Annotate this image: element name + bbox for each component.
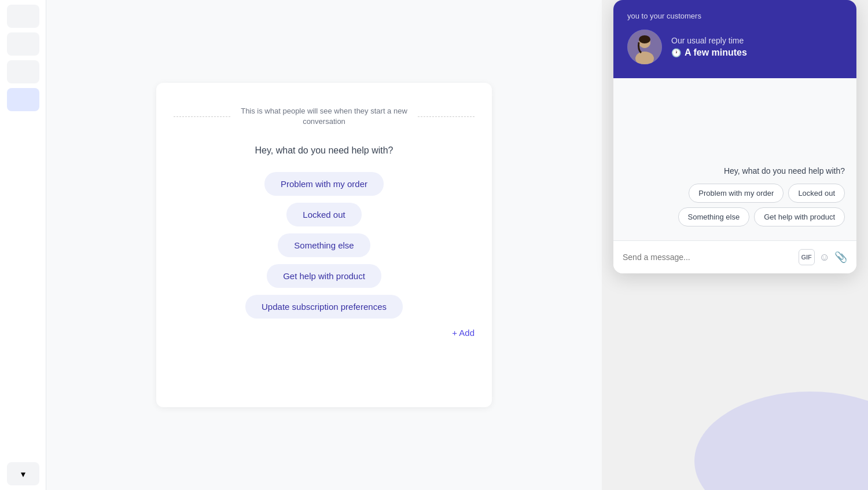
- right-panel: you to your customers Our usual: [602, 0, 868, 490]
- widget-btn-problem-order[interactable]: Problem with my order: [689, 184, 784, 203]
- widget-input-row: GIF ☺ 📎: [613, 240, 856, 273]
- reply-time-value: A few minutes: [685, 47, 747, 58]
- add-button[interactable]: + Add: [452, 328, 475, 338]
- sidebar: ▾: [0, 0, 46, 490]
- svg-point-5: [694, 392, 868, 490]
- sidebar-item-3[interactable]: [7, 60, 39, 83]
- sidebar-item-2[interactable]: [7, 32, 39, 56]
- emoji-button[interactable]: ☺: [819, 251, 830, 264]
- sidebar-item-1[interactable]: [7, 5, 39, 28]
- clock-icon: 🕐: [671, 48, 681, 57]
- chat-btn-problem-order[interactable]: Problem with my order: [264, 172, 384, 196]
- chat-widget: you to your customers Our usual: [613, 0, 856, 273]
- reply-time: 🕐 A few minutes: [671, 47, 747, 58]
- divider-text: This is what people will see when they s…: [237, 106, 411, 127]
- attach-button[interactable]: 📎: [834, 251, 847, 264]
- message-input[interactable]: [623, 253, 793, 262]
- widget-btn-locked-out[interactable]: Locked out: [788, 184, 845, 203]
- agent-avatar: [627, 30, 662, 64]
- chevron-down-icon: ▾: [21, 469, 25, 480]
- chat-btn-get-help[interactable]: Get help with product: [267, 264, 381, 288]
- center-panel: This is what people will see when they s…: [156, 83, 492, 407]
- widget-icons: GIF ☺ 📎: [799, 249, 847, 265]
- chat-btn-locked-out[interactable]: Locked out: [286, 203, 361, 226]
- main-content: This is what people will see when they s…: [46, 0, 602, 490]
- divider-line-left: [174, 116, 230, 117]
- sidebar-item-4[interactable]: [7, 88, 39, 111]
- chat-question: Hey, what do you need help with?: [255, 145, 393, 156]
- reply-info: Our usual reply time 🕐 A few minutes: [671, 36, 747, 58]
- widget-header: you to your customers Our usual: [613, 0, 856, 78]
- svg-point-4: [639, 35, 650, 43]
- widget-agent-row: Our usual reply time 🕐 A few minutes: [627, 30, 843, 64]
- widget-buttons-container: Problem with my order Locked out Somethi…: [625, 184, 845, 226]
- chat-buttons-container: Problem with my order Locked out Somethi…: [174, 172, 475, 319]
- chat-btn-something-else[interactable]: Something else: [278, 233, 370, 257]
- widget-body: Hey, what do you need help with? Problem…: [613, 78, 856, 240]
- divider-label: This is what people will see when they s…: [174, 106, 475, 127]
- gif-button[interactable]: GIF: [799, 249, 815, 265]
- widget-btn-something-else[interactable]: Something else: [678, 207, 750, 226]
- divider-line-right: [418, 116, 475, 117]
- widget-question: Hey, what do you need help with?: [625, 166, 845, 175]
- sidebar-dropdown[interactable]: ▾: [7, 462, 39, 485]
- chat-btn-subscription[interactable]: Update subscription preferences: [245, 295, 403, 319]
- widget-header-top-text: you to your customers: [627, 12, 843, 20]
- widget-btn-get-help[interactable]: Get help with product: [754, 207, 845, 226]
- reply-label: Our usual reply time: [671, 36, 747, 45]
- avatar-image: [627, 30, 662, 64]
- bg-decorative-shape: [694, 374, 868, 490]
